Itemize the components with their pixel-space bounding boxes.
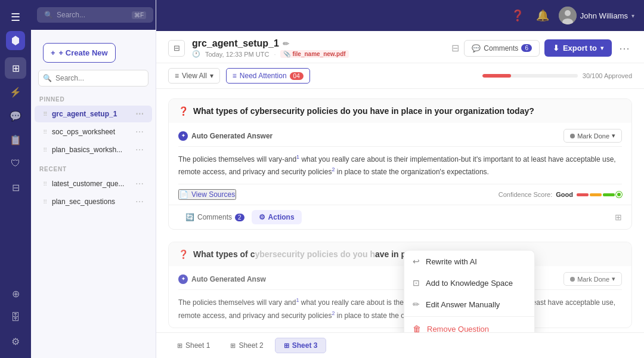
drag-handle: ⠿ xyxy=(43,199,47,205)
question-block-2: ❓ What types of cybersecurity policies d… xyxy=(168,242,632,328)
progress-label: 30/100 Approved xyxy=(583,72,632,79)
sidebar-toggle-button[interactable]: ⊟ xyxy=(168,40,185,57)
mark-done-2-caret: ▾ xyxy=(612,275,615,283)
comments-tab-icon: 🔄 xyxy=(185,213,194,221)
conf-seg-yellow xyxy=(590,193,602,196)
item-more-icon[interactable]: ⋯ xyxy=(135,179,144,189)
notification-icon[interactable]: 🔔 xyxy=(534,7,552,24)
nav-icon-gear[interactable]: ⚙ xyxy=(5,331,26,352)
top-search-box[interactable]: 🔍 ⌘F xyxy=(37,7,153,23)
nav-icon-chat[interactable]: 💬 xyxy=(5,105,26,126)
need-attention-filter[interactable]: ≡ Need Attention 04 xyxy=(226,68,310,84)
attention-filter-icon: ≡ xyxy=(233,72,237,80)
dropdown-divider xyxy=(404,316,534,317)
search-icon: 🔍 xyxy=(44,11,53,19)
sidebar-item-label: plan_basics_worksh... xyxy=(52,146,122,154)
hamburger-menu[interactable]: ☰ xyxy=(6,6,25,29)
sheet-tab-3[interactable]: ⊞ Sheet 3 xyxy=(275,338,327,353)
meta-clock-icon: 🕐 xyxy=(192,50,200,58)
meta-time: Today, 12:33 PM UTC xyxy=(205,51,269,58)
grid-view-icon[interactable]: ⊞ xyxy=(615,212,622,222)
question-block-1: ❓ What types of cybersecurity policies d… xyxy=(168,98,632,230)
add-knowledge-item[interactable]: ⊡ Add to Knowledge Space xyxy=(404,272,534,294)
sources-bar-1: 📄 View Sources Confidence Score: Good xyxy=(178,184,622,205)
mark-done-2-button[interactable]: Mark Done ▾ xyxy=(564,272,622,286)
item-more-icon[interactable]: ⋯ xyxy=(135,197,144,206)
filter-icon[interactable]: ⊟ xyxy=(451,42,459,54)
nav-icon-lightning[interactable]: ⚡ xyxy=(5,81,26,103)
sup-1: 1 xyxy=(296,154,299,160)
answer-1-label: ✦ Auto Generated Answer xyxy=(178,131,273,141)
sheet-tab-2[interactable]: ⊞ Sheet 2 xyxy=(221,338,272,353)
actions-dropdown: ↩ Rewrite with AI ⊡ Add to Knowledge Spa… xyxy=(404,250,535,332)
document-meta: 🕐 Today, 12:33 PM UTC · 📎 file_name_new.… xyxy=(192,50,444,58)
sidebar-item-plan-basics[interactable]: ⠿ plan_basics_worksh... ⋯ xyxy=(35,141,152,158)
item-more-icon[interactable]: ⋯ xyxy=(135,145,144,155)
filter-bar: ≡ View All ▾ ≡ Need Attention 04 30/100 … xyxy=(156,63,644,89)
mark-done-dot xyxy=(570,277,575,282)
answer-section-1: ✦ Auto Generated Answer Mark Done ▾ The … xyxy=(169,123,631,205)
view-sources-label: View Sources xyxy=(191,190,235,199)
actions-tab[interactable]: ⚙ Actions xyxy=(252,210,302,224)
nav-icon-layers[interactable]: ⊟ xyxy=(5,177,26,198)
sidebar-item-soc-ops[interactable]: ⠿ soc_ops_worksheet ⋯ xyxy=(35,124,152,140)
item-more-icon[interactable]: ⋯ xyxy=(135,127,144,137)
svg-point-1 xyxy=(565,10,571,16)
export-button[interactable]: ⬇ Export to ▾ xyxy=(544,39,612,57)
edit-title-icon[interactable]: ✏ xyxy=(283,39,289,48)
sidebar-item-latest-customer[interactable]: ⠿ latest_customer_que... ⋯ xyxy=(35,175,152,192)
help-icon[interactable]: ❓ xyxy=(509,7,527,24)
sidebar-search-input[interactable] xyxy=(38,70,148,87)
sheet-tab-1[interactable]: ⊞ Sheet 1 xyxy=(168,338,219,353)
mark-done-2-label: Mark Done xyxy=(577,276,609,283)
edit-answer-label: Edit Answer Manually xyxy=(426,300,500,309)
sheets-footer: ⊞ Sheet 1 ⊞ Sheet 2 ⊞ Sheet 3 xyxy=(156,332,644,358)
edit-icon: ✏ xyxy=(413,300,420,309)
document-header: ⊟ grc_agent_setup_1 ✏ 🕐 Today, 12:33 PM … xyxy=(156,31,644,63)
mark-done-label: Mark Done xyxy=(577,132,609,140)
sidebar-search-box[interactable]: 🔍 xyxy=(38,70,148,87)
nav-icon-connect[interactable]: ⊕ xyxy=(5,283,26,304)
export-label: Export to xyxy=(563,44,597,53)
topbar: ❓ 🔔 John Williams ▾ xyxy=(156,0,644,31)
sidebar: 🔍 ⌘F + + Create New 🔍 PINNED ⠿ grc_agent… xyxy=(31,0,156,358)
view-all-filter[interactable]: ≡ View All ▾ xyxy=(168,68,220,84)
need-attention-label: Need Attention xyxy=(240,72,287,80)
answer-2-text: The policies themselves will vary and1 w… xyxy=(178,290,622,327)
create-new-label: + Create New xyxy=(59,48,108,57)
sidebar-item-plan-sec[interactable]: ⠿ plan_sec_questions ⋯ xyxy=(35,193,152,210)
item-more-icon[interactable]: ⋯ xyxy=(135,109,144,119)
comments-tab[interactable]: 🔄 Comments 2 xyxy=(178,210,252,224)
nav-icon-db[interactable]: 🗄 xyxy=(5,307,26,328)
comments-button[interactable]: 💬 Comments 6 xyxy=(464,40,540,57)
rewrite-with-ai-item[interactable]: ↩ Rewrite with AI xyxy=(404,251,534,272)
create-new-button[interactable]: + + Create New xyxy=(43,43,116,63)
remove-question-item[interactable]: 🗑 Remove Question xyxy=(404,318,534,332)
comments-count-badge: 6 xyxy=(521,44,532,52)
drag-handle: ⠿ xyxy=(43,111,47,118)
nav-rail: ☰ ⊞ ⚡ 💬 📋 🛡 ⊟ ⊕ 🗄 ⚙ xyxy=(0,0,31,358)
conf-seg-red xyxy=(577,193,589,196)
nav-icon-grid[interactable]: ⊞ xyxy=(5,57,26,79)
nav-icon-shield[interactable]: 🛡 xyxy=(5,153,26,174)
conf-seg-green xyxy=(603,193,615,196)
top-search-input[interactable] xyxy=(57,11,128,19)
comments-tab-label: Comments xyxy=(197,213,232,221)
edit-answer-item[interactable]: ✏ Edit Answer Manually xyxy=(404,294,534,315)
sup-2: 2 xyxy=(332,310,335,316)
recent-section-label: RECENT xyxy=(31,163,156,175)
comment-icon: 💬 xyxy=(472,44,481,53)
pinned-section-label: PINNED xyxy=(31,94,156,105)
mark-done-1-button[interactable]: Mark Done ▾ xyxy=(564,129,622,143)
nav-icon-table[interactable]: 📋 xyxy=(5,129,26,150)
filter-icon: ≡ xyxy=(175,72,179,80)
sidebar-item-grc-agent-setup[interactable]: ⠿ grc_agent_setup_1 ⋯ xyxy=(35,106,152,122)
view-sources-button[interactable]: 📄 View Sources xyxy=(178,189,236,200)
document-actions: ⊟ 💬 Comments 6 ⬇ Export to ▾ ⋯ xyxy=(451,39,632,57)
user-menu[interactable]: John Williams ▾ xyxy=(559,7,634,24)
ai-icon: ✦ xyxy=(178,274,188,284)
drag-handle: ⠿ xyxy=(43,147,47,153)
sources-icon: 📄 xyxy=(179,190,188,199)
doc-more-button[interactable]: ⋯ xyxy=(617,42,632,55)
progress-bar xyxy=(482,74,578,78)
